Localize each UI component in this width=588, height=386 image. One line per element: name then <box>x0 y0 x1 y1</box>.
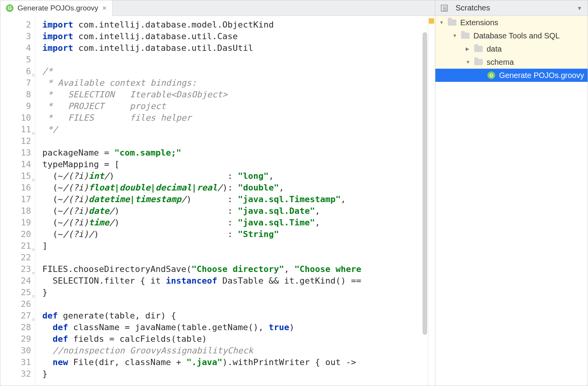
line-number: 20 <box>0 228 31 240</box>
chevron-down-icon[interactable]: ▼ <box>577 5 582 11</box>
line-number: 31 <box>0 357 31 368</box>
tree-node[interactable]: ▼schema <box>435 55 588 69</box>
fold-handle-icon[interactable]: ⊟ <box>31 244 35 248</box>
line-number: 29 <box>0 333 31 345</box>
line-number: 2 <box>0 19 31 31</box>
warning-marker[interactable] <box>429 18 434 24</box>
scratches-toolwindow: Scratches ▼ ▼Extensions▼Database Tools a… <box>435 0 588 386</box>
fold-handle-icon[interactable]: ⊟ <box>31 128 35 132</box>
line-number: 3 <box>0 31 31 42</box>
editor-right-stripe <box>428 16 435 386</box>
tree-node-label: Generate POJOs.groovy <box>499 71 584 80</box>
close-icon[interactable]: ✕ <box>102 5 107 11</box>
fold-handle-icon[interactable]: ⊟ <box>31 291 35 294</box>
line-number: 21⊟ <box>0 240 31 252</box>
scratches-icon <box>441 5 448 12</box>
line-number: 13 <box>0 147 31 159</box>
fold-handle-icon[interactable]: ⊟ <box>31 174 35 178</box>
tree-node[interactable]: ▶data <box>435 42 588 55</box>
line-number: 19 <box>0 217 31 228</box>
folder-icon <box>448 19 456 26</box>
folder-icon <box>461 33 470 39</box>
chevron-down-icon[interactable]: ▼ <box>439 20 446 25</box>
line-number: 5 <box>0 54 31 66</box>
line-number: 23⊟ <box>0 263 31 275</box>
editor-text-area[interactable]: import com.intellij.database.model.Objec… <box>35 16 428 386</box>
line-number: 11⊟ <box>0 124 31 135</box>
line-number: 32 <box>0 368 31 380</box>
line-number: 22 <box>0 252 31 263</box>
groovy-file-icon: G <box>6 4 14 12</box>
line-number: 8 <box>0 89 31 100</box>
editor-tab-active[interactable]: G Generate POJOs.groovy ✕ <box>0 0 113 16</box>
tree-node-label: data <box>487 45 502 54</box>
editor-gutter: 23456⊟7891011⊟12131415⊟161718192021⊟2223… <box>0 16 35 386</box>
groovy-file-icon: G <box>487 71 495 79</box>
editor-pane: G Generate POJOs.groovy ✕ 23456⊟7891011⊟… <box>0 0 435 386</box>
chevron-down-icon[interactable]: ▼ <box>452 33 459 38</box>
tree-node-label: Extensions <box>460 18 498 27</box>
editor-tab-label: Generate POJOs.groovy <box>17 4 98 12</box>
line-number: 9 <box>0 100 31 112</box>
tree-node[interactable]: ▼Extensions <box>435 16 588 29</box>
line-number: 15⊟ <box>0 170 31 182</box>
chevron-down-icon[interactable]: ▼ <box>466 59 473 65</box>
tree-node-label: schema <box>487 58 514 67</box>
fold-handle-icon[interactable]: ⊟ <box>31 69 35 73</box>
line-number: 12 <box>0 135 31 147</box>
folder-icon <box>474 59 483 65</box>
line-number: 25⊟ <box>0 287 31 298</box>
project-tree[interactable]: ▼Extensions▼Database Tools and SQL▶data▼… <box>435 16 588 386</box>
editor-body: 23456⊟7891011⊟12131415⊟161718192021⊟2223… <box>0 16 435 386</box>
line-number: 6⊟ <box>0 66 31 77</box>
line-number: 4 <box>0 42 31 54</box>
toolwindow-title: Scratches <box>456 3 490 12</box>
vertical-scrollbar[interactable] <box>423 32 427 335</box>
tree-node-label: Database Tools and SQL <box>473 31 560 40</box>
line-number: 27⊟ <box>0 310 31 322</box>
fold-handle-icon[interactable]: ⊟ <box>31 314 35 318</box>
line-number: 7 <box>0 77 31 89</box>
tree-node[interactable]: GGenerate POJOs.groovy <box>435 69 588 82</box>
tree-node[interactable]: ▼Database Tools and SQL <box>435 29 588 42</box>
toolwindow-header: Scratches ▼ <box>435 0 588 16</box>
line-number: 10 <box>0 112 31 124</box>
line-number: 24 <box>0 275 31 287</box>
line-number: 26 <box>0 298 31 310</box>
editor-tabbar: G Generate POJOs.groovy ✕ <box>0 0 435 16</box>
line-number: 30 <box>0 345 31 357</box>
fold-handle-icon[interactable]: ⊟ <box>31 267 35 271</box>
folder-icon <box>474 46 483 52</box>
line-number: 18 <box>0 205 31 217</box>
line-number: 14 <box>0 159 31 170</box>
chevron-right-icon[interactable]: ▶ <box>466 46 473 52</box>
line-number: 28 <box>0 322 31 333</box>
line-number: 16 <box>0 182 31 194</box>
line-number: 17 <box>0 194 31 205</box>
